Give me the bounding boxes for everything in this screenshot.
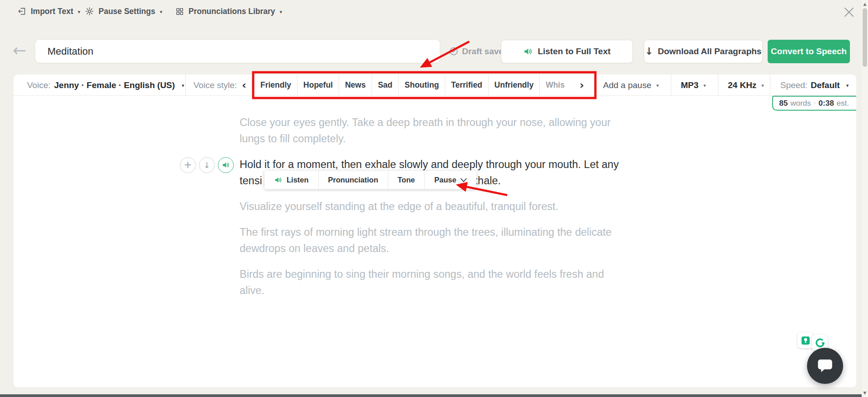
voice-style-chip-news[interactable]: News: [339, 75, 372, 96]
chat-widget-button[interactable]: [807, 348, 843, 384]
scrollbar-thumb[interactable]: [863, 8, 867, 67]
speed-value: Default: [811, 80, 840, 90]
speaker-icon: [523, 47, 533, 56]
grid-icon: [175, 7, 184, 16]
dot-separator: ·: [814, 99, 816, 107]
speaker-icon: [274, 176, 283, 184]
plus-icon: +: [184, 160, 192, 171]
voice-style-chip-unfriendly[interactable]: Unfriendly: [488, 75, 540, 96]
pause-dropdown-button[interactable]: Pause: [425, 171, 477, 189]
top-toolbar: Import Text ▾ Pause Settings ▾ Pronuncia…: [0, 0, 868, 23]
tone-label: Tone: [398, 176, 415, 184]
grammarly-icon: [815, 337, 826, 348]
paragraph-line: alive.: [240, 282, 619, 299]
divider: [185, 75, 186, 96]
voice-style-chip-friendly[interactable]: Friendly: [255, 75, 297, 96]
format-dropdown[interactable]: MP3 ▾: [681, 75, 706, 96]
paragraph-1[interactable]: Close your eyes gently. Take a deep brea…: [240, 114, 619, 147]
listen-full-text-button[interactable]: Listen to Full Text: [501, 40, 633, 63]
chat-bubble-icon: [816, 358, 834, 374]
convert-to-speech-button[interactable]: Convert to Speech: [768, 40, 850, 63]
paragraph-3[interactable]: Visualize yourself standing at the edge …: [240, 198, 619, 215]
format-value: MP3: [681, 80, 698, 90]
duration-estimate: 0:38: [819, 99, 834, 108]
caret-down-icon: ▾: [656, 82, 659, 89]
paragraph-line: Hold it for a moment, then exhale slowly…: [240, 156, 619, 173]
paragraph-line: Close your eyes gently. Take a deep brea…: [240, 114, 619, 131]
paragraph-5[interactable]: Birds are beginning to sing their mornin…: [240, 266, 619, 299]
speed-label: Speed:: [780, 80, 807, 90]
listen-button[interactable]: Listen: [264, 171, 318, 189]
caret-down-icon: ▾: [846, 82, 849, 89]
download-all-button[interactable]: ↓ Download All Paragraphs: [644, 40, 763, 63]
divider: [770, 75, 770, 96]
arrow-down-icon: ↓: [203, 161, 210, 169]
extension-badge[interactable]: [797, 332, 813, 348]
pause-settings-label: Pause Settings: [99, 7, 155, 16]
chevron-left-icon: ‹: [242, 80, 246, 91]
voice-style-label: Voice style:: [193, 80, 237, 90]
sample-rate-value: 24 KHz: [728, 80, 756, 90]
pause-label: Pause: [434, 176, 457, 184]
divider: [718, 75, 718, 96]
voice-style-chip-shouting[interactable]: Shouting: [398, 75, 445, 96]
caret-down-icon: ▾: [78, 9, 80, 14]
pause-settings-menu[interactable]: Pause Settings ▾: [85, 0, 162, 23]
convert-to-speech-label: Convert to Speech: [771, 47, 847, 56]
add-paragraph-button[interactable]: +: [180, 157, 196, 173]
duration-label: est.: [837, 99, 849, 108]
gear-icon: [85, 7, 94, 16]
voice-value: Jenny · Female · English (US): [54, 80, 175, 90]
word-count-badge: 85 words · 0:38 est.: [772, 96, 857, 111]
speaker-icon: [222, 161, 230, 169]
back-arrow-icon[interactable]: ←: [13, 39, 26, 62]
add-pause-dropdown[interactable]: Add a pause ▾: [603, 75, 659, 96]
paragraph-line: dewdrops on leaves and petals.: [240, 240, 619, 257]
add-pause-label: Add a pause: [603, 80, 651, 90]
draft-saved-status: Draft saved: [449, 39, 509, 63]
paragraph-text-fragment: tensi: [240, 175, 262, 187]
import-text-menu[interactable]: Import Text ▾: [17, 0, 80, 23]
divider: [671, 75, 671, 96]
speed-dropdown[interactable]: Speed: Default ▾: [780, 75, 849, 96]
pronunciations-library-label: Pronunciations Library: [189, 7, 275, 16]
context-toolbar: Listen Pronunciation Tone Pause: [264, 171, 476, 189]
download-all-label: Download All Paragraphs: [658, 47, 761, 56]
title-input[interactable]: [35, 39, 440, 63]
pronunciation-button[interactable]: Pronunciation: [318, 171, 388, 189]
voice-settings-bar: Voice: Jenny · Female · English (US) ▾ V…: [14, 75, 856, 96]
voice-style-chip-sad[interactable]: Sad: [372, 75, 398, 96]
chevron-down-icon: [460, 178, 467, 182]
chevron-right-icon: ›: [580, 80, 584, 91]
caret-down-icon: ▾: [160, 9, 162, 14]
caret-down-icon: ▾: [703, 82, 706, 89]
scrollbar: ▲ ▼: [862, 0, 868, 397]
paragraph-actions: + ↓: [180, 157, 234, 173]
voice-style-chips: FriendlyHopefulNewsSadShoutingTerrifiedU…: [255, 75, 566, 96]
lightbulb-badge-icon: [801, 336, 810, 345]
insert-below-button[interactable]: ↓: [199, 157, 215, 173]
scroll-up-arrow[interactable]: ▲: [862, 1, 868, 7]
play-paragraph-button[interactable]: [218, 157, 234, 173]
voice-selector[interactable]: Voice: Jenny · Female · English (US) ▾: [27, 75, 184, 96]
caret-down-icon: ▾: [182, 82, 184, 89]
tone-button[interactable]: Tone: [388, 171, 425, 189]
voice-style-chip-terrified[interactable]: Terrified: [445, 75, 488, 96]
download-icon: ↓: [645, 47, 653, 56]
import-text-label: Import Text: [31, 7, 73, 16]
word-count-label: words: [790, 99, 811, 108]
style-scroll-right[interactable]: ›: [580, 75, 584, 96]
pronunciations-library-menu[interactable]: Pronunciations Library ▾: [175, 0, 282, 23]
style-scroll-left[interactable]: ‹: [242, 75, 246, 96]
paragraph-4[interactable]: The first rays of morning light stream t…: [240, 224, 619, 257]
close-icon[interactable]: [843, 6, 855, 19]
listen-label: Listen: [287, 176, 309, 184]
voice-style-chip-whis[interactable]: Whis: [539, 75, 566, 96]
voice-style-label-wrap: Voice style:: [193, 75, 237, 96]
word-count: 85: [779, 99, 788, 108]
sample-rate-dropdown[interactable]: 24 KHz ▾: [728, 75, 764, 96]
scroll-down-arrow[interactable]: ▼: [862, 390, 868, 396]
paragraph-line: Birds are beginning to sing their mornin…: [240, 266, 619, 282]
voice-style-chip-hopeful[interactable]: Hopeful: [297, 75, 339, 96]
window-bottom-edge: [0, 394, 868, 397]
